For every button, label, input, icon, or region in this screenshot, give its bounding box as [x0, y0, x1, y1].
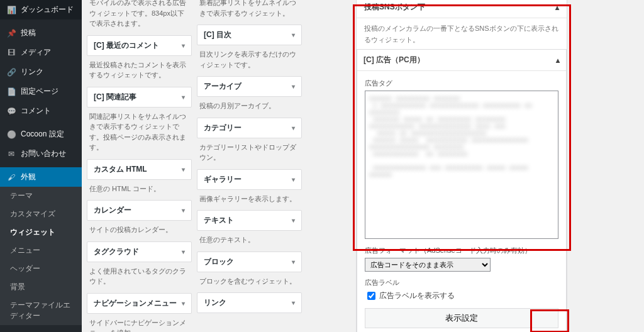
chevron-up-icon: ▴ [556, 56, 560, 65]
available-col-1: モバイルのみで表示される広告ウィジェットです。834px以下で表示されます。[C… [87, 0, 192, 332]
available-widget-header[interactable]: アーカイブ▾ [197, 77, 301, 96]
available-widget[interactable]: [C] 関連記事▾ [87, 87, 192, 108]
available-widget-title: カスタム HTML [94, 164, 147, 175]
available-widget-title: カレンダー [94, 205, 131, 216]
nav-label: Cocoon 設定 [21, 129, 64, 140]
mail-icon: ✉ [6, 150, 16, 158]
nav-label: 固定ページ [21, 86, 58, 97]
nav-cocoon[interactable]: ⚪ Cocoon 設定 [0, 124, 82, 144]
widget-instance-ad-pc: [C] 広告（PC用） ▴ 広告タグ xxxxxx xxxxxxxxx xxxx… [357, 49, 567, 332]
chevron-down-icon: ▾ [292, 83, 295, 90]
chevron-up-icon: ▴ [555, 3, 559, 12]
widget-desc: 投稿の月別アーカイブ。 [197, 101, 302, 118]
comment-icon: 💬 [6, 107, 16, 116]
ad-tag-label: 広告タグ [365, 79, 558, 88]
widget-areas: 投稿SNSボタン下 ▴ 投稿のメインカラムの一番下となるSNSボタンの下に表示さ… [356, 0, 567, 332]
available-widget-title: カテゴリー [204, 123, 242, 133]
subnav-customize[interactable]: カスタマイズ [0, 205, 82, 223]
nav-dashboard[interactable]: 📊 ダッシュボード [0, 0, 82, 19]
available-widget[interactable]: タグクラウド▾ [87, 241, 192, 262]
available-widget-header[interactable]: リンク▾ [197, 293, 301, 313]
widget-desc: サイドバーにナビゲーションメニューを追加。 [87, 318, 192, 333]
available-widget-header[interactable]: [C] 最近のコメント▾ [87, 36, 191, 55]
nav-label: コメント [21, 106, 51, 116]
ad-label-check-text: 広告ラベルを表示する [379, 291, 455, 300]
available-widget-header[interactable]: カテゴリー▾ [197, 118, 301, 138]
available-widget-header[interactable]: ナビゲーションメニュー▾ [87, 294, 191, 313]
widget-instance-header[interactable]: [C] 広告（PC用） ▴ [357, 50, 566, 71]
available-widget-title: リンク [204, 297, 226, 308]
available-widget-title: [C] 目次 [204, 30, 231, 40]
chevron-down-icon: ▾ [182, 166, 185, 173]
available-widgets: モバイルのみで表示される広告ウィジェットです。834px以下で表示されます。[C… [87, 0, 309, 332]
chevron-down-icon: ▾ [292, 124, 295, 131]
ad-format-label: 広告フォーマット（AdSenseコード入力時のみ有効） [365, 246, 558, 255]
available-widget-header[interactable]: ブロック▾ [197, 252, 301, 272]
nav-plugins[interactable]: 🔌 プラグイン [0, 329, 82, 332]
widget-area-post-sns-bottom: 投稿SNSボタン下 ▴ 投稿のメインカラムの一番下となるSNSボタンの下に表示さ… [356, 0, 567, 332]
display-settings-button[interactable]: 表示設定 [365, 308, 558, 328]
subnav-theme-editor[interactable]: テーマファイルエディター [0, 296, 82, 325]
dashboard-icon: 📊 [6, 6, 16, 14]
nav-contact[interactable]: ✉ お問い合わせ [0, 144, 82, 163]
chevron-down-icon: ▾ [292, 31, 295, 38]
subnav-widgets[interactable]: ウィジェット [0, 223, 82, 241]
available-widget-title: ナビゲーションメニュー [94, 298, 177, 309]
available-widget[interactable]: ギャラリー▾ [197, 169, 302, 190]
available-widget[interactable]: ナビゲーションメニュー▾ [87, 293, 192, 314]
available-col-2: 新着記事リストをサムネイルつきで表示するウィジェット。[C] 目次▾目次リンクを… [197, 0, 302, 317]
available-widget[interactable]: テキスト▾ [197, 210, 302, 231]
available-widget-header[interactable]: カスタム HTML▾ [87, 160, 191, 179]
subnav-themes[interactable]: テーマ [0, 187, 82, 205]
brush-icon: 🖌 [6, 173, 16, 182]
available-widget[interactable]: ブロック▾ [197, 252, 302, 272]
admin-sidebar: 📊 ダッシュボード 📌 投稿 🎞 メディア 🔗 リンク 📄 固定ページ 💬 コメ… [0, 0, 82, 332]
available-widget[interactable]: [C] 目次▾ [197, 25, 302, 45]
available-widget-title: テキスト [204, 215, 234, 226]
widget-desc: 画像ギャラリーを表示します。 [197, 194, 302, 211]
available-widget[interactable]: カテゴリー▾ [197, 118, 302, 138]
nav-label: 外観 [21, 172, 36, 182]
available-widget-header[interactable]: [C] 目次▾ [197, 25, 301, 45]
available-widget[interactable]: リンク▾ [197, 292, 302, 313]
subnav-header[interactable]: ヘッダー [0, 260, 82, 278]
available-widget-title: タグクラウド [94, 246, 139, 257]
available-widget-header[interactable]: カレンダー▾ [87, 201, 191, 220]
ad-tag-textarea[interactable]: xxxxxx xxxxxxxxx xxxxxxx x xxxxxxxxxxxx … [365, 91, 558, 239]
widget-desc: カテゴリーリストやドロップダウン。 [197, 142, 302, 169]
subnav-background[interactable]: 背景 [0, 278, 82, 296]
nav-links[interactable]: 🔗 リンク [0, 62, 82, 82]
available-widget-header[interactable]: テキスト▾ [197, 211, 301, 230]
ad-label-checkbox[interactable] [367, 292, 375, 300]
widget-desc: モバイルのみで表示される広告ウィジェットです。834px以下で表示されます。 [87, 0, 192, 35]
available-widget-title: アーカイブ [204, 81, 242, 92]
nav-pages[interactable]: 📄 固定ページ [0, 82, 82, 101]
widget-area-description: 投稿のメインカラムの一番下となるSNSボタンの下に表示されるウィジェット。 [357, 18, 567, 50]
available-widget[interactable]: [C] 最近のコメント▾ [87, 35, 192, 56]
media-icon: 🎞 [6, 48, 16, 57]
available-widget-header[interactable]: タグクラウド▾ [87, 242, 191, 262]
available-widget-header[interactable]: [C] 関連記事▾ [87, 87, 191, 107]
pin-icon: 📌 [6, 29, 16, 38]
subnav-menus[interactable]: メニュー [0, 241, 82, 260]
link-icon: 🔗 [6, 68, 16, 77]
chevron-down-icon: ▾ [182, 248, 185, 255]
available-widget[interactable]: アーカイブ▾ [197, 76, 302, 97]
nav-label: メディア [21, 47, 51, 58]
available-widget[interactable]: カスタム HTML▾ [87, 159, 192, 180]
available-widget-title: ブロック [204, 257, 234, 267]
nav-media[interactable]: 🎞 メディア [0, 43, 82, 62]
chevron-down-icon: ▾ [182, 94, 185, 101]
widget-instance-title: [C] 広告（PC用） [364, 55, 425, 65]
nav-posts[interactable]: 📌 投稿 [0, 23, 82, 43]
available-widget-title: [C] 関連記事 [94, 92, 136, 102]
nav-comments[interactable]: 💬 コメント [0, 101, 82, 121]
widget-area-title: 投稿SNSボタン下 [364, 2, 425, 13]
available-widget-title: [C] 最近のコメント [94, 40, 159, 51]
ad-format-select[interactable]: 広告コードをそのまま表示 [365, 258, 491, 272]
available-widget-header[interactable]: ギャラリー▾ [197, 170, 301, 189]
available-widget[interactable]: カレンダー▾ [87, 200, 192, 221]
chevron-down-icon: ▾ [182, 207, 185, 214]
widget-area-header[interactable]: 投稿SNSボタン下 ▴ [357, 0, 567, 18]
nav-appearance[interactable]: 🖌 外観 [0, 167, 82, 187]
